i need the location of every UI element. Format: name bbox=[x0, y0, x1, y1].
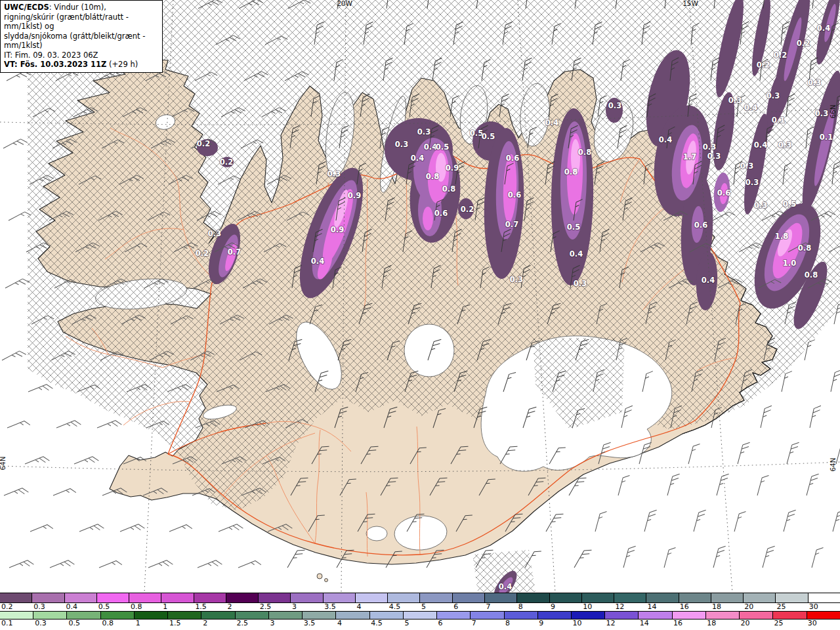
colorbar-tick-label: 1 bbox=[163, 603, 167, 611]
precip-value-label: 0.4 bbox=[754, 140, 767, 150]
colorbar-segment bbox=[419, 593, 452, 602]
colorbar-tick-label: 14 bbox=[648, 603, 657, 611]
precip-value-label: 0.2 bbox=[757, 60, 770, 70]
colorbar-tick-label: 0.8 bbox=[131, 603, 142, 611]
colorbar-tick-label: 0.5 bbox=[68, 620, 80, 627]
colorbar-tick-label: 4 bbox=[337, 620, 342, 627]
precip-value-label: 0.8 bbox=[578, 148, 591, 157]
colorbar-tick-label: 4 bbox=[357, 603, 362, 611]
colorbar-tick-label: 5 bbox=[421, 603, 426, 611]
colorbar-segment bbox=[161, 593, 193, 602]
precip-value-label: 0.3 bbox=[703, 142, 716, 152]
colorbar-sleet-snow bbox=[0, 593, 840, 603]
precip-value-label: 0.5 bbox=[436, 142, 449, 152]
precip-value-label: 0.3 bbox=[766, 91, 780, 100]
precip-value-label: 0.3 bbox=[728, 96, 742, 105]
colorbar-segment bbox=[516, 593, 549, 602]
precip-value-label: 0.4 bbox=[702, 276, 715, 285]
colorbar-segment bbox=[581, 593, 614, 602]
precip-value-label: 0.5 bbox=[482, 132, 495, 141]
colorbar-segment bbox=[33, 612, 66, 619]
glacier-eyjafjallajokull bbox=[366, 526, 387, 541]
colorbar-segment bbox=[194, 593, 226, 602]
colorbar-tick-label: 2.5 bbox=[236, 620, 248, 627]
colorbar-segment bbox=[201, 612, 234, 619]
colorbar-tick-label: 1.5 bbox=[195, 603, 207, 611]
precip-value-label: 0.2 bbox=[461, 205, 474, 214]
colorbar-tick-label: 7 bbox=[486, 603, 490, 611]
meridian-label: 15W bbox=[682, 0, 698, 7]
colorbar-tick-label: 12 bbox=[615, 603, 624, 611]
colorbar-tick-label: 9 bbox=[539, 620, 543, 627]
colorbar-tick-label: 1 bbox=[136, 620, 140, 627]
precip-value-label: 0.3 bbox=[808, 78, 821, 87]
colorbar-segment bbox=[167, 612, 201, 619]
colorbar-tick-label: 12 bbox=[606, 620, 616, 627]
colorbar-tick-label: 6 bbox=[438, 620, 443, 627]
precip-value-label: 0.6 bbox=[717, 188, 730, 198]
colorbar-tick-label: 8 bbox=[505, 620, 510, 627]
colorbar-segment bbox=[0, 612, 33, 619]
precip-value-label: 0.3 bbox=[754, 201, 767, 210]
colorbar-segment bbox=[470, 612, 503, 619]
precip-value-label: 0.3 bbox=[608, 101, 621, 110]
precip-value-label: 0.9 bbox=[331, 225, 344, 234]
colorbar-tick-label: 25 bbox=[777, 603, 786, 611]
colorbar-sleet-snow-labels: 0.20.30.40.50.811.522.533.544.5567891012… bbox=[0, 603, 840, 611]
colorbar-tick-label: 25 bbox=[774, 620, 784, 627]
precip-value-label: 0.6 bbox=[508, 190, 521, 200]
precip-value-label: 0.8 bbox=[442, 184, 455, 194]
legend-line-2: rigning/skúrir (grænt/blátt/rautt - mm/1… bbox=[4, 12, 159, 32]
precip-value-label: 0.3 bbox=[707, 152, 721, 161]
precip-value-label: 0.9 bbox=[348, 191, 361, 200]
colorbar-tick-label: 14 bbox=[640, 620, 649, 627]
precip-value-label: 0.4 bbox=[570, 249, 583, 259]
colorbar-tick-label: 3.5 bbox=[304, 620, 316, 627]
precip-value-label: 0.4 bbox=[411, 154, 424, 163]
colorbar-segment bbox=[235, 612, 268, 619]
colorbar-tick-label: 0.8 bbox=[102, 620, 114, 627]
precip-value-label: 0.8 bbox=[426, 172, 439, 181]
colorbar-tick-label: 18 bbox=[707, 620, 716, 627]
colorbar-tick-label: 0.3 bbox=[35, 620, 47, 627]
precip-value-label: 0.8 bbox=[798, 243, 811, 253]
colorbar-segment bbox=[258, 593, 290, 602]
colorbar-segment bbox=[772, 612, 806, 619]
colorbar-tick-label: 1.5 bbox=[169, 620, 181, 627]
colorbar-segment bbox=[436, 612, 470, 619]
precip-value-label: 0.1 bbox=[820, 133, 833, 142]
colorbar-tick-label: 10 bbox=[583, 603, 592, 611]
colorbar-segment bbox=[323, 593, 355, 602]
precip-value-label: 0.3 bbox=[417, 127, 430, 136]
precip-value-label: 0.5 bbox=[783, 200, 796, 209]
colorbar-segment bbox=[387, 593, 419, 602]
colorbar-segment bbox=[604, 612, 638, 619]
colorbar-rain-labels: 0.10.30.50.811.522.533.544.5567891012141… bbox=[0, 620, 840, 628]
colorbar-tick-label: 0.3 bbox=[33, 603, 45, 611]
precip-value-label: 1.0 bbox=[783, 259, 796, 268]
colorbar-segment bbox=[638, 612, 671, 619]
colorbar-segment bbox=[484, 593, 516, 602]
colorbar-tick-label: 0.1 bbox=[1, 620, 13, 627]
colorbar-segment bbox=[96, 593, 129, 602]
precip-value-label: 0.3 bbox=[574, 279, 587, 288]
colorbar-tick-label: 16 bbox=[680, 603, 689, 611]
precip-value-label: 0.3 bbox=[815, 109, 828, 118]
colorbar-segment bbox=[369, 612, 403, 619]
colorbar-segment bbox=[0, 593, 32, 602]
colorbar-segment bbox=[452, 593, 484, 602]
precip-cell-l3 bbox=[423, 207, 433, 230]
colorbar-segment bbox=[302, 612, 335, 619]
precip-value-label: 0.6 bbox=[694, 220, 707, 230]
precip-value-label: 1.8 bbox=[775, 232, 788, 241]
colorbar-tick-label: 8 bbox=[518, 603, 523, 611]
precip-value-label: 1.7 bbox=[683, 152, 696, 161]
parallel-label: 64N bbox=[0, 456, 7, 470]
colorbar-segment bbox=[711, 593, 743, 602]
precip-value-label: 0.2 bbox=[220, 158, 233, 167]
colorbar-tick-label: 7 bbox=[472, 620, 476, 627]
precip-value-label: 0.4 bbox=[817, 24, 830, 33]
colorbar-area: 0.20.30.40.50.811.522.533.544.5567891012… bbox=[0, 593, 840, 628]
precip-value-label: 0.2 bbox=[197, 139, 210, 148]
colorbar-segment bbox=[100, 612, 134, 619]
